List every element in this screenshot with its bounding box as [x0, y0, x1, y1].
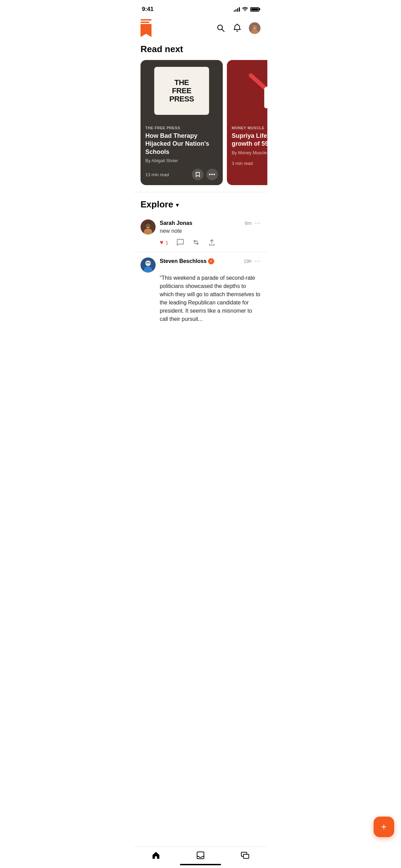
- note-meta: Sarah Jonas 6m ··· new note: [160, 219, 260, 234]
- post-item: Steven Beschloss ✓ 19h ··· “This weekend…: [134, 252, 267, 329]
- note-text: new note: [160, 228, 260, 234]
- avatar[interactable]: [249, 22, 260, 34]
- header-actions: [216, 22, 260, 34]
- explore-section: Explore ▾ Sarah Jonas 6m ···: [134, 192, 267, 329]
- free-press-logo-text: THEFREEPRESS: [169, 79, 194, 104]
- card-title-1: How Bad Therapy Hijacked Our Nation's Sc…: [145, 132, 218, 156]
- card-read-time-1: 13 min read: [145, 172, 169, 177]
- card-actions-1: •••: [192, 169, 218, 180]
- like-count: 1: [166, 240, 168, 245]
- status-icons: [234, 7, 259, 12]
- repost-action[interactable]: [192, 239, 200, 246]
- card-publication-1: THE FREE PRESS: [145, 126, 218, 130]
- post-more-icon[interactable]: ···: [254, 257, 260, 265]
- battery-icon: [250, 7, 259, 12]
- comment-action[interactable]: [177, 239, 184, 246]
- bell-icon: [233, 24, 242, 33]
- like-action[interactable]: ♥ 1: [160, 239, 168, 246]
- note-header: Sarah Jonas 6m ··· new note: [141, 219, 260, 234]
- note-author-name: Sarah Jonas: [160, 220, 192, 226]
- app-header: [134, 16, 267, 41]
- card-content-1: THE FREE PRESS How Bad Therapy Hijacked …: [141, 122, 223, 185]
- note-more-icon[interactable]: ···: [254, 219, 260, 227]
- card-author-2: By Money Muscle: [232, 150, 267, 155]
- svg-rect-6: [252, 24, 257, 28]
- article-card[interactable]: THEFREEPRESS THE FREE PRESS How Bad Ther…: [141, 60, 223, 185]
- more-options-button[interactable]: •••: [206, 169, 218, 180]
- note-item: Sarah Jonas 6m ··· new note ♥ 1: [134, 215, 267, 252]
- explore-title: Explore: [141, 199, 173, 210]
- card-footer-1: 13 min read •••: [145, 169, 218, 180]
- card-image-2: [227, 60, 267, 122]
- sarah-avatar-image: [141, 219, 156, 234]
- bookmark-button[interactable]: [192, 169, 204, 180]
- app-logo[interactable]: [141, 19, 151, 37]
- post-text: “This weekend a parade of second-rate po…: [160, 274, 260, 323]
- free-press-logo: THEFREEPRESS: [154, 67, 209, 115]
- post-meta: Steven Beschloss ✓ 19h ···: [160, 257, 260, 265]
- read-next-section: Read next THEFREEPRESS THE FREE PRESS Ho…: [134, 41, 267, 192]
- more-dots-icon: •••: [209, 171, 216, 178]
- card-title-2: Supriya Lifesciences growth of 59%: [232, 132, 267, 148]
- note-actions: ♥ 1: [141, 234, 260, 252]
- card-image-1: THEFREEPRESS: [141, 60, 223, 122]
- verified-badge: ✓: [208, 258, 214, 264]
- read-next-title: Read next: [134, 41, 267, 60]
- card-content-2: MONEY MUSCLE Supriya Lifesciences growth…: [227, 122, 267, 171]
- steven-avatar-image: [141, 257, 156, 273]
- explore-header[interactable]: Explore ▾: [134, 192, 267, 215]
- comment-icon: [177, 239, 184, 246]
- post-author-name: Steven Beschloss ✓: [160, 258, 214, 264]
- notifications-button[interactable]: [232, 23, 242, 33]
- logo-bookmark: [141, 24, 151, 37]
- svg-rect-15: [145, 222, 151, 227]
- card-author-1: By Abigail Shrier: [145, 158, 218, 163]
- note-time: 6m: [245, 220, 252, 226]
- svg-rect-7: [246, 70, 267, 111]
- status-bar: 9:41: [134, 0, 267, 16]
- card-footer-2: 3 min read: [232, 161, 267, 166]
- share-icon: [208, 239, 216, 246]
- note-name-row: Sarah Jonas 6m ···: [160, 219, 260, 227]
- post-header: Steven Beschloss ✓ 19h ···: [141, 257, 260, 273]
- wifi-icon: [242, 7, 248, 12]
- money-muscle-logo: [241, 67, 267, 115]
- post-time: 19h: [244, 258, 252, 264]
- svg-line-1: [222, 29, 224, 32]
- post-name-row: Steven Beschloss ✓ 19h ···: [160, 257, 260, 265]
- search-button[interactable]: [216, 23, 226, 33]
- sarah-avatar[interactable]: [141, 219, 156, 234]
- post-content: “This weekend a parade of second-rate po…: [141, 273, 260, 329]
- signal-icon: [234, 7, 240, 12]
- cards-scroll[interactable]: THEFREEPRESS THE FREE PRESS How Bad Ther…: [134, 60, 267, 192]
- money-muscle-logo-svg: [246, 70, 267, 111]
- status-time: 9:41: [142, 6, 154, 13]
- note-time-row: 6m ···: [245, 219, 260, 227]
- share-action[interactable]: [208, 239, 216, 246]
- search-icon: [216, 24, 225, 33]
- card-read-time-2: 3 min read: [232, 161, 253, 166]
- card-publication-2: MONEY MUSCLE: [232, 126, 267, 130]
- article-card-2[interactable]: MONEY MUSCLE Supriya Lifesciences growth…: [227, 60, 267, 185]
- heart-icon: ♥: [160, 239, 163, 246]
- bookmark-icon: [195, 172, 200, 177]
- steven-avatar[interactable]: [141, 257, 156, 273]
- avatar-image: [249, 22, 260, 34]
- chevron-down-icon[interactable]: ▾: [176, 201, 179, 209]
- repost-icon: [192, 239, 200, 246]
- post-time-row: 19h ···: [244, 257, 260, 265]
